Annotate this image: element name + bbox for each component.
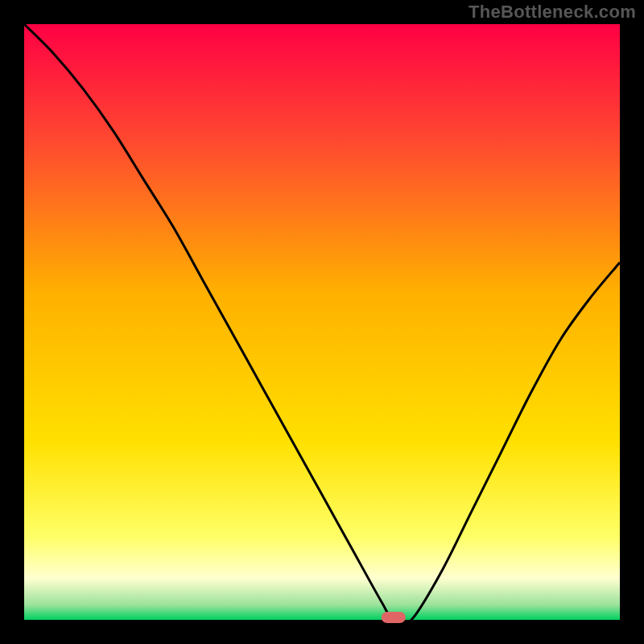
- minimum-marker: [382, 612, 406, 623]
- watermark-text: TheBottleneck.com: [469, 2, 636, 23]
- line-chart: [0, 0, 644, 644]
- plot-area: [24, 24, 620, 620]
- chart-frame: TheBottleneck.com: [0, 0, 644, 644]
